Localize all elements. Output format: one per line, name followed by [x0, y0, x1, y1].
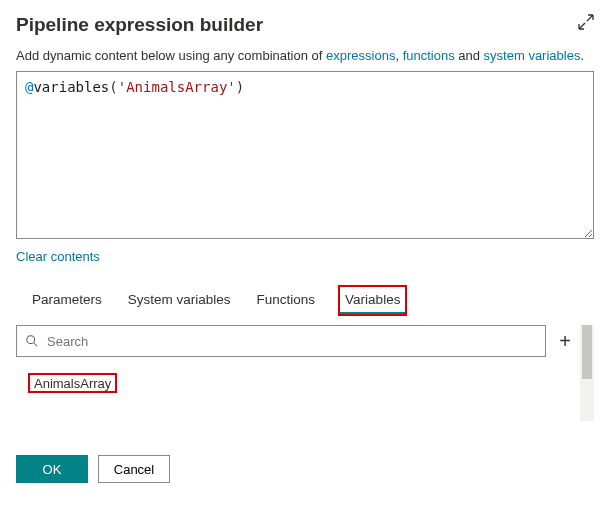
scrollbar[interactable]	[580, 325, 594, 421]
variable-item[interactable]: AnimalsArray	[30, 375, 115, 391]
add-button[interactable]: +	[554, 330, 576, 352]
svg-point-0	[27, 336, 35, 344]
link-functions[interactable]: functions	[403, 48, 455, 63]
clear-contents-link[interactable]: Clear contents	[16, 249, 100, 264]
hint-text: Add dynamic content below using any comb…	[16, 46, 594, 63]
expression-editor[interactable]: @variables('AnimalsArray')	[16, 71, 594, 239]
variables-list: AnimalsArray	[16, 375, 576, 391]
link-expressions[interactable]: expressions	[326, 48, 395, 63]
ok-button[interactable]: OK	[16, 455, 88, 483]
expand-icon[interactable]	[578, 14, 594, 33]
tab-variables[interactable]: Variables	[339, 286, 406, 315]
search-box[interactable]	[16, 325, 546, 357]
link-system-variables[interactable]: system variables	[484, 48, 581, 63]
search-input[interactable]	[45, 333, 537, 350]
page-title: Pipeline expression builder	[16, 14, 263, 36]
tab-parameters[interactable]: Parameters	[30, 286, 104, 315]
svg-line-1	[34, 343, 38, 347]
search-icon	[25, 334, 39, 348]
tabs: Parameters System variables Functions Va…	[16, 286, 594, 315]
cancel-button[interactable]: Cancel	[98, 455, 170, 483]
tab-system-variables[interactable]: System variables	[126, 286, 233, 315]
tab-functions[interactable]: Functions	[255, 286, 318, 315]
scroll-thumb[interactable]	[582, 325, 592, 379]
